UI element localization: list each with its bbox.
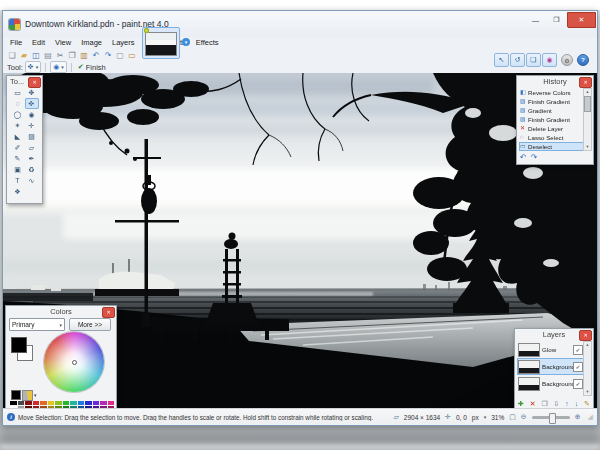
- eraser-tool[interactable]: ▱: [25, 142, 39, 153]
- chevron-down-icon[interactable]: ▾: [34, 392, 37, 398]
- open-icon[interactable]: ▰: [18, 50, 30, 61]
- maximize-button[interactable]: ❐: [546, 12, 567, 28]
- save-icon[interactable]: ◫: [30, 50, 42, 61]
- move-selection-tool[interactable]: ✜: [25, 98, 39, 109]
- palette-color[interactable]: [18, 401, 25, 405]
- panel-toggle[interactable]: ◉: [542, 53, 557, 67]
- panel-toggle[interactable]: ↺: [510, 53, 525, 67]
- title-bar[interactable]: Downtown Kirkland.pdn - paint.net 4.0: [3, 11, 597, 37]
- settings-button[interactable]: ⚙: [561, 54, 573, 66]
- history-item[interactable]: ▧ Finish Gradient: [519, 97, 584, 106]
- close-icon[interactable]: ✕: [102, 307, 115, 318]
- history-scrollbar[interactable]: ▲ ▼: [583, 88, 592, 151]
- cut-icon[interactable]: ✂: [54, 50, 66, 61]
- finish-button[interactable]: Finish: [86, 63, 106, 72]
- line-curve-tool[interactable]: ∿: [25, 175, 39, 186]
- history-item[interactable]: ✕ Delete Layer: [519, 124, 584, 133]
- gradient-tool[interactable]: ▨: [25, 131, 39, 142]
- ellipse-select-tool[interactable]: ◯: [11, 109, 25, 120]
- zoom-slider-thumb[interactable]: [549, 413, 556, 424]
- shapes-tool[interactable]: ❖: [11, 186, 25, 197]
- undo-icon[interactable]: ↶: [520, 153, 527, 162]
- palette-color[interactable]: [100, 401, 107, 405]
- palette-color[interactable]: [108, 401, 115, 405]
- layer-visibility-checkbox[interactable]: ✓: [573, 379, 583, 389]
- zoom-out-button[interactable]: ⊖: [521, 413, 527, 421]
- palette-color[interactable]: [55, 401, 62, 405]
- paste-icon[interactable]: ▥: [78, 50, 90, 61]
- help-button[interactable]: ?: [577, 54, 589, 66]
- scrollbar-thumb[interactable]: [584, 96, 591, 112]
- palette-color[interactable]: [93, 401, 100, 405]
- magic-wand-tool[interactable]: ✶: [11, 120, 25, 131]
- menu-item[interactable]: Layers: [107, 37, 140, 49]
- panel-toggle[interactable]: ❏: [526, 53, 541, 67]
- resize-grip[interactable]: ◢: [588, 413, 593, 421]
- layer-row[interactable]: Glow ✓: [517, 341, 584, 358]
- redo-icon[interactable]: ↷: [531, 153, 538, 162]
- scroll-up-icon[interactable]: ▲: [584, 342, 591, 348]
- menu-item[interactable]: Edit: [27, 37, 50, 49]
- zoom-tool[interactable]: ◉: [25, 109, 39, 120]
- palette-color[interactable]: [33, 401, 40, 405]
- deselect-icon[interactable]: ▭: [126, 50, 138, 61]
- rectangle-select-tool[interactable]: ▭: [11, 87, 25, 98]
- new-icon[interactable]: ❏: [6, 50, 18, 61]
- primary-color-swatch[interactable]: [11, 337, 27, 353]
- zoom-slider[interactable]: [532, 416, 570, 419]
- palette-color[interactable]: [70, 401, 77, 405]
- unit-select[interactable]: px: [472, 414, 479, 421]
- undo-icon[interactable]: ↶: [90, 50, 102, 61]
- history-item[interactable]: ◌ Lasso Select: [519, 133, 584, 142]
- clone-stamp-tool[interactable]: ▣: [11, 164, 25, 175]
- menu-item[interactable]: File: [5, 37, 27, 49]
- print-icon[interactable]: ▤: [42, 50, 54, 61]
- text-tool[interactable]: T: [11, 175, 25, 186]
- palette-menu-icon[interactable]: [22, 390, 33, 401]
- layer-visibility-checkbox[interactable]: ✓: [573, 362, 583, 372]
- lasso-select-tool[interactable]: ◌: [11, 98, 25, 109]
- zoom-in-button[interactable]: ⊕: [575, 413, 581, 421]
- palette-color[interactable]: [40, 401, 47, 405]
- image-list-thumbnail[interactable]: [142, 27, 180, 59]
- palette-color[interactable]: [78, 401, 85, 405]
- paint-bucket-tool[interactable]: ◣: [11, 131, 25, 142]
- redo-icon[interactable]: ↷: [102, 50, 114, 61]
- color-picker-tool[interactable]: ✒: [25, 153, 39, 164]
- more-colors-button[interactable]: More >>: [69, 318, 111, 331]
- tools-toggle[interactable]: ↖: [494, 53, 509, 67]
- layer-row[interactable]: Background ✓: [517, 375, 584, 392]
- image-list-button[interactable]: ▾: [182, 38, 190, 46]
- layers-scrollbar[interactable]: ▲ ▼: [583, 341, 592, 396]
- menu-item[interactable]: Effects: [191, 37, 224, 49]
- scroll-up-icon[interactable]: ▲: [584, 89, 591, 95]
- history-item[interactable]: ▧ Gradient: [519, 106, 584, 115]
- layer-visibility-checkbox[interactable]: ✓: [573, 345, 583, 355]
- close-button[interactable]: ✕: [567, 12, 596, 28]
- active-tool-dropdown[interactable]: ✜ ▾: [25, 61, 41, 73]
- history-item[interactable]: ▭ Deselect: [519, 142, 584, 151]
- color-wheel[interactable]: [44, 332, 104, 392]
- paintbrush-tool[interactable]: ✐: [11, 142, 25, 153]
- scroll-down-icon[interactable]: ▼: [584, 144, 591, 150]
- scroll-down-icon[interactable]: ▼: [584, 389, 591, 395]
- close-icon[interactable]: ✕: [579, 77, 592, 88]
- menu-item[interactable]: View: [50, 37, 76, 49]
- close-icon[interactable]: ✕: [579, 330, 592, 341]
- minimize-button[interactable]: —: [525, 12, 546, 28]
- color-mode-select[interactable]: Primary ▾: [9, 318, 65, 331]
- palette-color[interactable]: [63, 401, 70, 405]
- crop-icon[interactable]: ▢: [114, 50, 126, 61]
- pan-tool[interactable]: ✛: [25, 120, 39, 131]
- history-item[interactable]: ◧ Reverse Colors: [519, 88, 584, 97]
- history-item[interactable]: ▧ Finish Gradient: [519, 115, 584, 124]
- palette-color[interactable]: [85, 401, 92, 405]
- palette-color[interactable]: [10, 401, 17, 405]
- layer-row[interactable]: Background ✓: [517, 358, 584, 375]
- menu-item[interactable]: Image: [76, 37, 107, 49]
- recolor-tool[interactable]: ♻: [25, 164, 39, 175]
- copy-icon[interactable]: ❐: [66, 50, 78, 61]
- recent-color-swatch[interactable]: [11, 390, 21, 400]
- pencil-tool[interactable]: ✎: [11, 153, 25, 164]
- snapping-dropdown[interactable]: ◉ ▾: [50, 61, 67, 73]
